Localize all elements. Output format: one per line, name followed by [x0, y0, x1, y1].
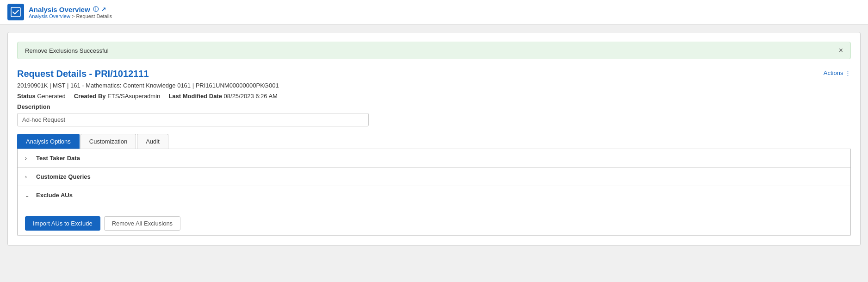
alert-success: Remove Exclusions Successful ×	[17, 42, 851, 59]
last-modified-label: Last Modified Date	[168, 93, 222, 100]
header-title-area: Analysis Overview ⓘ ↗ Analysis Overview …	[29, 6, 112, 19]
app-title-text: Analysis Overview	[29, 6, 90, 13]
last-modified-value-text: 08/25/2023 6:26 AM	[224, 93, 278, 100]
alert-message: Remove Exclusions Successful	[25, 47, 109, 54]
description-label: Description	[17, 103, 851, 110]
main-content: Remove Exclusions Successful × Actions ⋮…	[0, 25, 868, 253]
analysis-options-panel: › Test Taker Data › Customize Queries ⌄ …	[17, 149, 851, 236]
customize-queries-title: Customize Queries	[36, 173, 91, 180]
tab-audit[interactable]: Audit	[137, 134, 168, 149]
app-title: Analysis Overview ⓘ ↗	[29, 6, 112, 13]
accordion-customize-queries[interactable]: › Customize Queries	[18, 168, 850, 186]
exclude-aus-header[interactable]: ⌄ Exclude AUs	[18, 186, 850, 204]
test-taker-data-title: Test Taker Data	[36, 155, 80, 162]
tab-customization[interactable]: Customization	[81, 134, 136, 149]
accordion-exclude-aus: ⌄ Exclude AUs Import AUs to Exclude Remo…	[18, 186, 850, 236]
tab-analysis-options[interactable]: Analysis Options	[17, 134, 80, 149]
page-subtitle: 20190901K | MST | 161 - Mathematics: Con…	[17, 82, 851, 89]
remove-all-exclusions-button[interactable]: Remove All Exclusions	[104, 216, 181, 231]
accordion-test-taker-data[interactable]: › Test Taker Data	[18, 149, 850, 168]
created-by-label: Created By	[74, 93, 106, 100]
card: Remove Exclusions Successful × Actions ⋮…	[7, 32, 861, 246]
actions-button[interactable]: Actions ⋮	[824, 69, 851, 76]
breadcrumb-home-link[interactable]: Analysis Overview	[29, 13, 70, 19]
page-title-row: Actions ⋮ Request Details - PRI/1012111	[17, 69, 851, 82]
breadcrumb-separator: >	[72, 13, 76, 19]
created-by-value-text: ETS/SAsuperadmin	[107, 93, 160, 100]
chevron-customize-queries-icon: ›	[25, 174, 31, 180]
exclude-aus-title: Exclude AUs	[36, 192, 73, 199]
app-icon	[7, 4, 24, 20]
description-input[interactable]	[17, 113, 369, 126]
alert-close-button[interactable]: ×	[839, 47, 843, 54]
page-title: Request Details - PRI/1012111	[17, 69, 851, 79]
breadcrumb: Analysis Overview > Request Details	[29, 13, 112, 19]
external-link-icon[interactable]: ↗	[101, 6, 106, 13]
breadcrumb-current: Request Details	[76, 13, 112, 19]
chevron-exclude-aus-icon: ⌄	[25, 192, 31, 199]
status-label: Status	[17, 93, 36, 100]
top-header: Analysis Overview ⓘ ↗ Analysis Overview …	[0, 0, 868, 25]
chevron-test-taker-icon: ›	[25, 155, 31, 162]
status-value-text: Generated	[37, 93, 65, 100]
import-aus-button[interactable]: Import AUs to Exclude	[25, 216, 100, 231]
exclude-aus-buttons: Import AUs to Exclude Remove All Exclusi…	[18, 212, 850, 235]
page-meta: Status Generated Created By ETS/SAsupera…	[17, 93, 851, 100]
help-icon[interactable]: ⓘ	[93, 6, 99, 13]
exclude-aus-body	[18, 204, 850, 212]
tabs: Analysis Options Customization Audit	[17, 134, 851, 149]
